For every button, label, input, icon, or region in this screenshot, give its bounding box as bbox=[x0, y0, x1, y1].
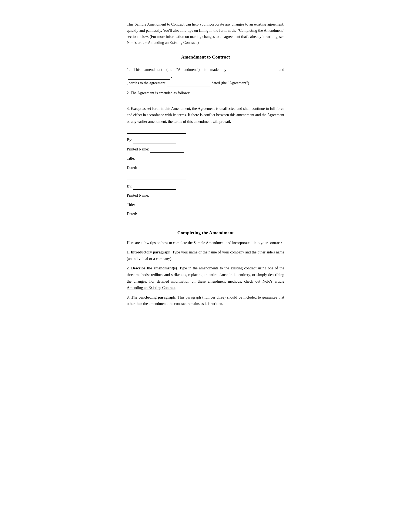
tip2-paragraph: 2. Describe the amendment(s). Type in th… bbox=[127, 265, 284, 291]
para1-and: and bbox=[279, 67, 284, 72]
sig1-name-label: Printed Name: bbox=[127, 147, 149, 151]
intro-text-part2: .) bbox=[196, 40, 199, 45]
tip3-bold: 3. The concluding paragraph. bbox=[127, 295, 176, 299]
agreement-date-blank[interactable] bbox=[167, 80, 210, 86]
tip2-end: . bbox=[175, 285, 176, 290]
tip1-bold: 1. Introductory paragraph. bbox=[127, 250, 171, 254]
tip3-paragraph: 3. The concluding paragraph. This paragr… bbox=[127, 294, 284, 307]
sig2-name-label: Printed Name: bbox=[127, 193, 149, 198]
tip1-paragraph: 1. Introductory paragraph. Type your nam… bbox=[127, 249, 284, 262]
sig1-by-blank[interactable] bbox=[133, 136, 176, 143]
completing-section: Completing the Amendment Here are a few … bbox=[127, 230, 284, 307]
sig2-by-label: By: bbox=[127, 184, 132, 188]
sig1-name-blank[interactable] bbox=[150, 146, 184, 152]
paragraph-3: 3. Except as set forth in this Amendment… bbox=[127, 105, 284, 125]
para1-prefix: 1. This amendment (the "Amendment") is m… bbox=[127, 67, 226, 72]
tip2-bold: 2. Describe the amendment(s). bbox=[127, 266, 178, 270]
tips-intro: Here are a few tips on how to complete t… bbox=[127, 240, 284, 246]
signature-block-1: By: Printed Name: Title: Dated: bbox=[127, 133, 284, 171]
amendment-title: Amendment to Contract bbox=[127, 54, 284, 60]
existing-contract-link-tip2[interactable]: Amending an Existing Contract bbox=[127, 285, 175, 290]
completing-title: Completing the Amendment bbox=[127, 230, 284, 236]
sig2-printed-name: Printed Name: bbox=[127, 192, 284, 199]
paragraph-2: 2. The Agreement is amended as follows: bbox=[127, 90, 284, 96]
party2-blank[interactable] bbox=[128, 73, 170, 80]
sig2-name-blank[interactable] bbox=[150, 192, 184, 199]
sig1-printed-name: Printed Name: bbox=[127, 146, 284, 152]
sig1-dated-blank[interactable] bbox=[138, 164, 172, 171]
sig2-by-blank[interactable] bbox=[133, 183, 176, 190]
amendment-blank-line bbox=[127, 101, 233, 101]
page: This Sample Amendment to Contract can he… bbox=[114, 13, 297, 319]
para1-parties: , parties to the agreement bbox=[127, 81, 165, 85]
existing-contract-link-intro[interactable]: Amending an Existing Contract bbox=[148, 40, 196, 45]
sig1-title-blank[interactable] bbox=[136, 155, 178, 162]
intro-paragraph: This Sample Amendment to Contract can he… bbox=[127, 21, 284, 46]
sig1-title: Title: bbox=[127, 155, 284, 162]
sig2-dated: Dated: bbox=[127, 210, 284, 217]
sig2-top-line bbox=[127, 180, 186, 180]
sig1-dated-label: Dated: bbox=[127, 166, 137, 170]
para1-dated: dated (the "Agreement"). bbox=[211, 81, 250, 85]
signature-block-2: By: Printed Name: Title: Dated: bbox=[127, 180, 284, 218]
sig2-dated-label: Dated: bbox=[127, 212, 137, 216]
party1-blank[interactable] bbox=[231, 66, 274, 73]
sig2-dated-blank[interactable] bbox=[138, 210, 172, 217]
sig1-top-line bbox=[127, 133, 186, 134]
sig1-dated: Dated: bbox=[127, 164, 284, 171]
sig1-title-label: Title: bbox=[127, 156, 135, 161]
sig2-title-label: Title: bbox=[127, 203, 135, 207]
sig2-title-blank[interactable] bbox=[136, 201, 178, 208]
sig2-by: By: bbox=[127, 183, 284, 190]
sig1-by-label: By: bbox=[127, 138, 132, 142]
sig2-title: Title: bbox=[127, 201, 284, 208]
paragraph-1: 1. This amendment (the "Amendment") is m… bbox=[127, 66, 284, 86]
sig1-by: By: bbox=[127, 136, 284, 143]
